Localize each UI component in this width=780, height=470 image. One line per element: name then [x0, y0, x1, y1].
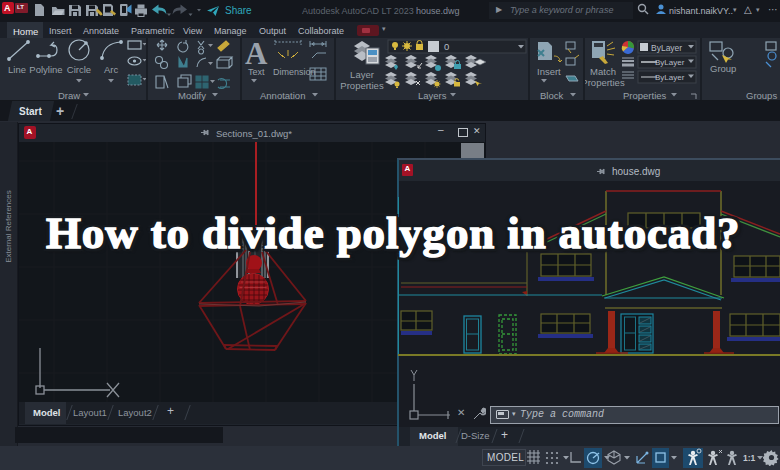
svg-text:Properties: Properties	[623, 90, 667, 101]
svg-text:Layers: Layers	[418, 90, 447, 101]
svg-text:Modify: Modify	[178, 90, 206, 101]
svg-text:0: 0	[444, 41, 449, 52]
svg-text:Annotation: Annotation	[260, 90, 305, 101]
svg-text:Insert: Insert	[537, 66, 561, 77]
svg-text:ByLayer: ByLayer	[655, 73, 685, 82]
svg-text:Line: Line	[8, 64, 26, 75]
svg-text:ByLayer: ByLayer	[655, 58, 685, 67]
svg-text:Circle: Circle	[67, 64, 91, 75]
svg-text:1:1: 1:1	[743, 453, 756, 463]
svg-text:Block: Block	[540, 90, 563, 101]
svg-text:Polyline: Polyline	[29, 64, 62, 75]
svg-text:ByLayer: ByLayer	[651, 43, 682, 53]
svg-text:Layer: Layer	[350, 69, 374, 80]
svg-text:Properties: Properties	[585, 77, 625, 88]
svg-text:Draw: Draw	[58, 90, 80, 101]
svg-text:Properties: Properties	[340, 80, 384, 91]
svg-text:Arc: Arc	[104, 64, 119, 75]
svg-text:Groups: Groups	[746, 90, 777, 101]
svg-text:Dimension: Dimension	[273, 67, 316, 77]
svg-text:Group: Group	[710, 63, 736, 74]
svg-text:Match: Match	[590, 66, 616, 77]
svg-text:Text: Text	[248, 67, 265, 77]
